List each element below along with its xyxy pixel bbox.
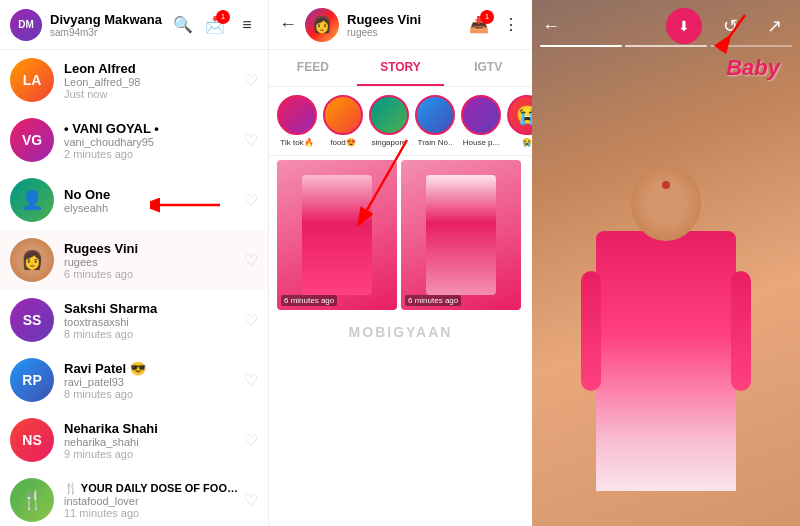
story-circle-singapore[interactable]: singapore (369, 95, 409, 147)
dm-info-neharika: Neharika Shahi neharika_shahi 9 minutes … (64, 421, 238, 460)
story-circle-food[interactable]: food😍 (323, 95, 363, 147)
tab-igtv[interactable]: IGTV (444, 50, 532, 86)
story-figure-1 (302, 175, 372, 295)
baby-text-overlay: Baby (726, 55, 780, 81)
dm-time-neharika: 9 minutes ago (64, 448, 238, 460)
story-time-1: 6 minutes ago (281, 295, 337, 306)
download-icon-middle[interactable]: 📥 1 (468, 14, 490, 36)
back-button[interactable]: ← (279, 14, 297, 35)
heart-icon-food[interactable]: ♡ (244, 491, 258, 510)
story-circle-avatar-house (461, 95, 501, 135)
story-circles-row: Tik tok🔥 food😍 singapore Train No.. Hous… (269, 87, 532, 156)
story-circle-label-food: food😍 (330, 138, 356, 147)
heart-icon-ravi[interactable]: ♡ (244, 371, 258, 390)
tab-feed[interactable]: FEED (269, 50, 357, 86)
story-share-button[interactable]: ↗ (758, 10, 790, 42)
story-thumb-inner-1 (277, 160, 397, 310)
search-icon[interactable]: 🔍 (172, 14, 194, 36)
dm-avatar-vani: VG (10, 118, 54, 162)
story-circle-avatar-tiktok (277, 95, 317, 135)
tab-story[interactable]: STORY (357, 50, 445, 86)
dm-info-noone: No One elyseahh (64, 187, 238, 214)
dm-handle-leon: Leon_alfred_98 (64, 76, 238, 88)
person-body (596, 231, 736, 491)
dm-handle-rugees: rugees (64, 256, 238, 268)
dm-info-sakshi: Sakshi Sharma tooxtrasaxshi 8 minutes ag… (64, 301, 238, 340)
story-circle-avatar-emoji: 😭 (507, 95, 532, 135)
dm-info-ravi: Ravi Patel 😎 ravi_patel93 8 minutes ago (64, 361, 238, 400)
person-head (631, 166, 701, 241)
dm-name-food: 🍴 YOUR DAILY DOSE OF FOODS! 🍴 (64, 482, 238, 495)
dm-avatar-noone: 👤 (10, 178, 54, 222)
person-silhouette (576, 146, 756, 526)
dm-item-sakshi[interactable]: SS Sakshi Sharma tooxtrasaxshi 8 minutes… (0, 290, 268, 350)
dm-avatar-food: 🍴 (10, 478, 54, 522)
dm-list-panel: DM Divyang Makwana sam94m3r 🔍 📩 1 ≡ LA L… (0, 0, 268, 526)
user-avatar[interactable]: DM (10, 9, 42, 41)
dm-time-ravi: 8 minutes ago (64, 388, 238, 400)
middle-username: Rugees Vini (347, 12, 460, 27)
dm-name-sakshi: Sakshi Sharma (64, 301, 238, 316)
story-circle-label-emoji: 😭 (522, 138, 532, 147)
story-thumb-2[interactable]: 6 minutes ago (401, 160, 521, 310)
menu-icon-middle[interactable]: ⋮ (500, 14, 522, 36)
dm-handle-noone: elyseahh (64, 202, 238, 214)
heart-icon-vani[interactable]: ♡ (244, 131, 258, 150)
dm-time-vani: 2 minutes ago (64, 148, 238, 160)
dm-handle-sakshi: tooxtrasaxshi (64, 316, 238, 328)
heart-icon-sakshi[interactable]: ♡ (244, 311, 258, 330)
notification-icon[interactable]: 📩 1 (204, 14, 226, 36)
story-circle-label-singapore: singapore (371, 138, 406, 147)
story-circle-avatar-train (415, 95, 455, 135)
story-circle-train[interactable]: Train No.. (415, 95, 455, 147)
dm-time-leon: Just now (64, 88, 238, 100)
dm-info-vani: • VANI GOYAL • vani_choudhary95 2 minute… (64, 121, 238, 160)
dm-name-noone: No One (64, 187, 238, 202)
dm-avatar-leon: LA (10, 58, 54, 102)
heart-icon-noone[interactable]: ♡ (244, 191, 258, 210)
dm-item-vani[interactable]: VG • VANI GOYAL • vani_choudhary95 2 min… (0, 110, 268, 170)
dm-handle-ravi: ravi_patel93 (64, 376, 238, 388)
dm-name-neharika: Neharika Shahi (64, 421, 238, 436)
dm-item-noone[interactable]: 👤 No One elyseahh ♡ (0, 170, 268, 230)
story-thumb-1[interactable]: 6 minutes ago (277, 160, 397, 310)
header: DM Divyang Makwana sam94m3r 🔍 📩 1 ≡ (0, 0, 268, 50)
dm-item-leon[interactable]: LA Leon Alfred Leon_alfred_98 Just now ♡ (0, 50, 268, 110)
progress-bar-1 (540, 45, 622, 47)
dm-item-ravi[interactable]: RP Ravi Patel 😎 ravi_patel93 8 minutes a… (0, 350, 268, 410)
story-circle-label-tiktok: Tik tok🔥 (280, 138, 313, 147)
dm-name-ravi: Ravi Patel 😎 (64, 361, 238, 376)
story-progress-bars (540, 45, 792, 47)
heart-icon-leon[interactable]: ♡ (244, 71, 258, 90)
watermark: MOBIGYAAN (269, 314, 532, 350)
dm-avatar-sakshi: SS (10, 298, 54, 342)
middle-handle: rugees (347, 27, 460, 38)
story-circle-label-house: House p... (463, 138, 499, 147)
story-time-2: 6 minutes ago (405, 295, 461, 306)
story-circle-tiktok[interactable]: Tik tok🔥 (277, 95, 317, 147)
story-back-button[interactable]: ← (542, 16, 560, 37)
middle-user-avatar[interactable]: 👩 (305, 8, 339, 42)
heart-icon-neharika[interactable]: ♡ (244, 431, 258, 450)
header-user-info: Divyang Makwana sam94m3r (50, 12, 164, 38)
middle-header: ← 👩 Rugees Vini rugees 📥 1 ⋮ (269, 0, 532, 50)
story-circle-house[interactable]: House p... (461, 95, 501, 147)
dm-time-sakshi: 8 minutes ago (64, 328, 238, 340)
progress-bar-3 (710, 45, 792, 47)
dm-handle-vani: vani_choudhary95 (64, 136, 238, 148)
download-badge: 1 (480, 10, 494, 24)
middle-user-info: Rugees Vini rugees (347, 12, 460, 38)
dm-item-food[interactable]: 🍴 🍴 YOUR DAILY DOSE OF FOODS! 🍴 instafoo… (0, 470, 268, 526)
filter-icon[interactable]: ≡ (236, 14, 258, 36)
story-circle-emoji[interactable]: 😭 😭 (507, 95, 532, 147)
progress-bar-2 (625, 45, 707, 47)
dm-avatar-rugees: 👩 (10, 238, 54, 282)
heart-icon-rugees[interactable]: ♡ (244, 251, 258, 270)
dm-info-food: 🍴 YOUR DAILY DOSE OF FOODS! 🍴 instafood_… (64, 482, 238, 519)
story-download-button[interactable]: ⬇ (666, 8, 702, 44)
story-repeat-button[interactable]: ↺ (714, 10, 746, 42)
dm-item-neharika[interactable]: NS Neharika Shahi neharika_shahi 9 minut… (0, 410, 268, 470)
dm-time-food: 11 minutes ago (64, 507, 238, 519)
dm-item-rugees[interactable]: 👩 Rugees Vini rugees 6 minutes ago ♡ (0, 230, 268, 290)
dm-name-rugees: Rugees Vini (64, 241, 238, 256)
